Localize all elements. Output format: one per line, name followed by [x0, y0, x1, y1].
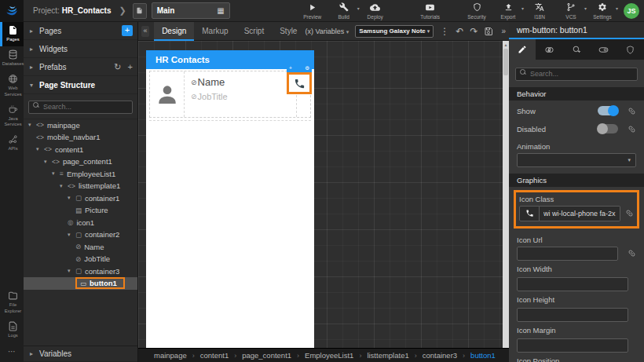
tab-security[interactable]: [617, 39, 644, 60]
widgets-caret-icon[interactable]: ▸: [30, 46, 39, 53]
animation-select[interactable]: ▾: [517, 153, 636, 167]
build-caret-icon[interactable]: ▾: [357, 5, 360, 11]
kebab-menu-icon[interactable]: ⋮: [440, 27, 449, 36]
rail-item-apis[interactable]: APIs: [0, 131, 24, 155]
vcs-button[interactable]: VCS ▾: [561, 2, 581, 20]
breadcrumb-item[interactable]: mainpage: [154, 351, 187, 360]
tree-node-icon1[interactable]: ◎icon1: [24, 217, 137, 229]
settings-button[interactable]: Settings ▾: [592, 2, 613, 20]
tree-node-mainpage[interactable]: ▾<>mainpage: [24, 119, 137, 132]
section-pages[interactable]: ▸ Pages +: [24, 22, 137, 40]
name-label-widget[interactable]: ⊘Name: [191, 76, 293, 88]
tab-design[interactable]: Design: [154, 22, 194, 41]
tab-script[interactable]: Script: [236, 22, 273, 41]
redo-icon[interactable]: ↷: [470, 27, 478, 36]
widget-settings-icon[interactable]: ⚙: [305, 66, 309, 71]
selected-phone-button[interactable]: [287, 72, 312, 94]
rail-more-button[interactable]: ⋯: [0, 342, 24, 362]
bind-link-icon[interactable]: [628, 125, 636, 133]
picture-column[interactable]: [150, 71, 185, 117]
overflow-right-icon[interactable]: »: [501, 27, 506, 35]
variables-caret-icon[interactable]: ▸: [30, 350, 39, 357]
grid-icon[interactable]: ▦: [217, 6, 224, 15]
undo-icon[interactable]: ↶: [456, 27, 463, 36]
icon-url-input[interactable]: [517, 247, 618, 261]
device-selector[interactable]: Samsung Galaxy Note III ▾: [355, 25, 434, 38]
export-button[interactable]: Export ▾: [498, 2, 518, 20]
tree-node-listtemplate1[interactable]: ▾<>listtemplate1: [24, 180, 137, 192]
breadcrumb-item[interactable]: container3: [423, 351, 457, 360]
icon-picker-button[interactable]: [519, 206, 540, 221]
tree-node-container3[interactable]: ▾▢container3: [24, 265, 137, 278]
tree-node-content1[interactable]: ▾<>content1: [24, 144, 137, 156]
rail-item-web-services[interactable]: Web Services: [0, 71, 24, 101]
i18n-button[interactable]: I18N: [529, 2, 550, 20]
caret-down-icon[interactable]: ▾: [44, 159, 52, 165]
bind-link-icon[interactable]: [628, 249, 636, 258]
tree-node-page-content1[interactable]: ▾<>page_content1: [24, 155, 137, 168]
show-toggle[interactable]: [598, 106, 618, 115]
phone-mockup[interactable]: HR Contacts ⊘Name ⊘JobTitle + ⚙: [146, 50, 314, 348]
widget-action-bar[interactable]: + ⚙: [287, 65, 312, 72]
bind-link-icon[interactable]: [628, 107, 636, 115]
disabled-toggle[interactable]: [598, 124, 618, 133]
export-caret-icon[interactable]: ▾: [521, 5, 524, 11]
vcs-caret-icon[interactable]: ▾: [584, 5, 587, 11]
breadcrumb-current[interactable]: button1: [470, 351, 496, 360]
tree-node-name[interactable]: ⊘Name: [24, 241, 137, 254]
scrollbar-thumb[interactable]: [503, 49, 508, 75]
tree-node-button1[interactable]: ▭ button1: [24, 277, 137, 290]
caret-down-icon[interactable]: ▾: [68, 268, 75, 274]
tab-properties[interactable]: [509, 39, 536, 60]
icon-margin-input[interactable]: [517, 338, 628, 353]
tree-node-container1[interactable]: ▾▢container1: [24, 192, 137, 205]
caret-down-icon[interactable]: ▾: [60, 183, 68, 189]
rail-item-file-explorer[interactable]: File Explorer: [0, 287, 24, 317]
breadcrumb-item[interactable]: page_content1: [242, 351, 291, 360]
caret-down-icon[interactable]: ▾: [52, 170, 60, 177]
add-page-button[interactable]: +: [122, 25, 133, 36]
user-avatar[interactable]: JS: [624, 3, 639, 19]
open-page-tab-main[interactable]: Main ▦: [152, 2, 230, 19]
caret-down-icon[interactable]: ▾: [68, 232, 75, 238]
page-structure-caret-icon[interactable]: ▾: [30, 82, 39, 89]
icon-width-input[interactable]: [517, 277, 628, 291]
pages-caret-icon[interactable]: ▸: [30, 27, 39, 35]
section-widgets[interactable]: ▸ Widgets: [24, 40, 137, 58]
tree-node-employeelist1[interactable]: ▾≡EmployeeList1: [24, 168, 137, 181]
page-icon-button[interactable]: [133, 3, 147, 19]
tab-style[interactable]: Style: [272, 22, 305, 41]
design-canvas[interactable]: HR Contacts ⊘Name ⊘JobTitle + ⚙ ▲: [138, 41, 509, 348]
text-column[interactable]: ⊘Name ⊘JobTitle: [185, 71, 296, 117]
deploy-button[interactable]: Deploy: [365, 2, 386, 20]
tree-node-picture[interactable]: ▤Picture: [24, 204, 137, 217]
property-search-input[interactable]: [515, 68, 638, 81]
canvas-scrollbar[interactable]: ▲: [503, 41, 509, 348]
tab-toggle-props[interactable]: [590, 39, 617, 60]
variables-dropdown[interactable]: (x) Variables ▾: [305, 27, 349, 35]
project-chevron-icon[interactable]: ❯: [119, 5, 126, 16]
add-widget-icon[interactable]: +: [289, 66, 292, 71]
tree-search-input[interactable]: [28, 101, 133, 114]
refresh-prefabs-icon[interactable]: ↻: [114, 62, 121, 72]
caret-down-icon[interactable]: ▾: [28, 122, 36, 128]
rail-item-java-services[interactable]: Java Services: [0, 101, 24, 131]
jobtitle-label-widget[interactable]: ⊘JobTitle: [191, 92, 293, 101]
wavemaker-logo[interactable]: [0, 0, 24, 22]
rail-item-logs[interactable]: Logs: [0, 318, 24, 342]
preview-button[interactable]: Preview: [302, 2, 323, 20]
save-icon[interactable]: [484, 27, 493, 36]
tab-markup[interactable]: Markup: [194, 22, 236, 41]
section-page-structure[interactable]: ▾ Page Structure: [24, 76, 137, 94]
breadcrumb-item[interactable]: listtemplate1: [367, 351, 408, 360]
caret-down-icon[interactable]: ▾: [36, 146, 44, 152]
security-button[interactable]: Security: [467, 2, 487, 20]
tab-inspect[interactable]: [563, 39, 590, 60]
rail-item-pages[interactable]: Pages: [0, 22, 24, 46]
breadcrumb-item[interactable]: content1: [200, 351, 229, 360]
build-button[interactable]: Build ▾: [334, 2, 354, 20]
prefabs-caret-icon[interactable]: ▸: [30, 64, 39, 71]
caret-down-icon[interactable]: ▾: [68, 195, 75, 201]
tutorials-button[interactable]: Tutorials: [420, 2, 441, 20]
add-prefab-icon[interactable]: +: [128, 62, 133, 71]
